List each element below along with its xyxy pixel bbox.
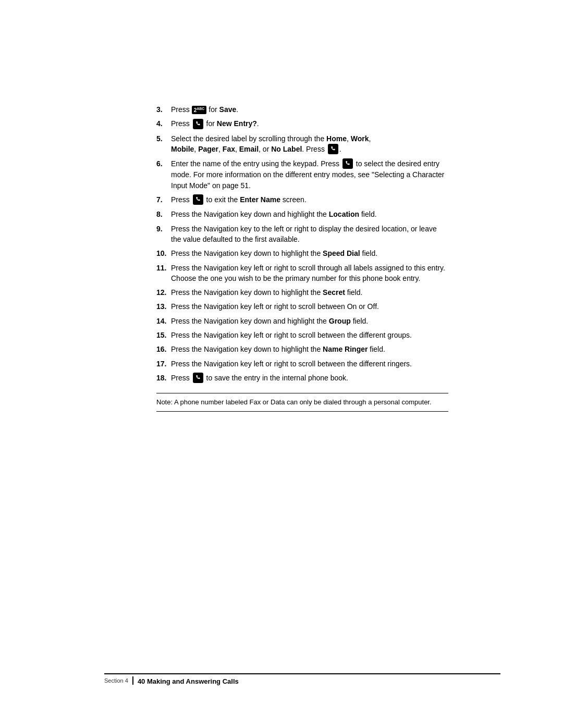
section-label-text: Section 4 [104,677,128,684]
step-number: 17. [156,359,171,369]
list-item: 8. Press the Navigation key down and hig… [156,209,448,219]
step-content: Press to exit the Enter Name screen. [171,194,448,205]
step-number: 12. [156,287,171,298]
steps-list: 3. Press 2ABC for Save. 4. Press for New… [156,104,448,384]
step-content: Press to save the entry in the internal … [171,373,448,384]
step-number: 15. [156,330,171,340]
list-item: 9. Press the Navigation key to the left … [156,224,448,245]
list-item: 5. Select the desired label by scrolling… [156,133,448,155]
step-content: Enter the name of the entry using the ke… [171,158,448,191]
list-item: 15. Press the Navigation key left or rig… [156,330,448,340]
step-number: 4. [156,118,171,129]
page: 3. Press 2ABC for Save. 4. Press for New… [0,0,563,728]
step-number: 14. [156,316,171,326]
note-text: A phone number labeled Fax or Data can o… [174,398,432,406]
step-content: Press the Navigation key to the left or … [171,224,448,245]
step-content: Press the Navigation key left or right t… [171,263,448,284]
phone-button-icon [193,119,203,129]
step-content: Press for New Entry?. [171,118,448,129]
phone-button-icon [193,194,203,205]
step-content: Press the Navigation key left or right t… [171,359,448,369]
step-content: Press the Navigation key left or right t… [171,301,448,312]
page-number: 40 [138,677,145,685]
step-number: 10. [156,248,171,258]
footer-right: 40 Making and Answering Calls [138,676,239,687]
list-item: 18. Press to save the entry in the inter… [156,373,448,384]
step-content: Press the Navigation key down to highlig… [171,248,448,258]
phone-button-icon [342,158,353,169]
list-item: 7. Press to exit the Enter Name screen. [156,194,448,205]
key-2abc-icon: 2ABC [192,106,207,114]
list-item: 6. Enter the name of the entry using the… [156,158,448,191]
phone-button-icon [328,144,338,154]
content-area: 3. Press 2ABC for Save. 4. Press for New… [156,104,448,412]
svg-rect-0 [193,119,203,129]
step-content: Press 2ABC for Save. [171,104,448,115]
step-number: 16. [156,344,171,354]
step-content: Press the Navigation key down to highlig… [171,287,448,298]
step-number: 5. [156,133,171,155]
list-item: 12. Press the Navigation key down to hig… [156,287,448,298]
list-item: 10. Press the Navigation key down to hig… [156,248,448,258]
list-item: 16. Press the Navigation key down to hig… [156,344,448,354]
step-number: 13. [156,301,171,312]
step-content: Press the Navigation key down to highlig… [171,344,448,354]
page-title: Making and Answering Calls [147,677,239,685]
note-label: Note: [156,398,173,406]
svg-rect-3 [193,194,203,205]
footer: Section 4 40 Making and Answering Calls [104,673,500,687]
step-content: Select the desired label by scrolling th… [171,133,448,155]
phone-button-icon [193,373,203,383]
step-content: Press the Navigation key down and highli… [171,209,448,219]
list-item: 3. Press 2ABC for Save. [156,104,448,115]
step-number: 3. [156,104,171,115]
list-item: 11. Press the Navigation key left or rig… [156,263,448,284]
footer-section-label: Section 4 [104,676,133,685]
step-number: 18. [156,373,171,384]
step-content: Press the Navigation key down and highli… [171,316,448,326]
footer-content: Section 4 40 Making and Answering Calls [104,676,500,687]
list-item: 17. Press the Navigation key left or rig… [156,359,448,369]
step-number: 11. [156,263,171,284]
step-number: 8. [156,209,171,219]
note-box: Note: A phone number labeled Fax or Data… [156,393,448,412]
step-number: 6. [156,158,171,191]
list-item: 13. Press the Navigation key left or rig… [156,301,448,312]
footer-divider [104,673,500,674]
step-number: 7. [156,194,171,205]
list-item: 14. Press the Navigation key down and hi… [156,316,448,326]
step-content: Press the Navigation key left or right t… [171,330,448,340]
list-item: 4. Press for New Entry?. [156,118,448,129]
step-number: 9. [156,224,171,245]
svg-rect-2 [342,158,353,169]
svg-rect-4 [193,373,203,383]
svg-rect-1 [328,144,338,154]
